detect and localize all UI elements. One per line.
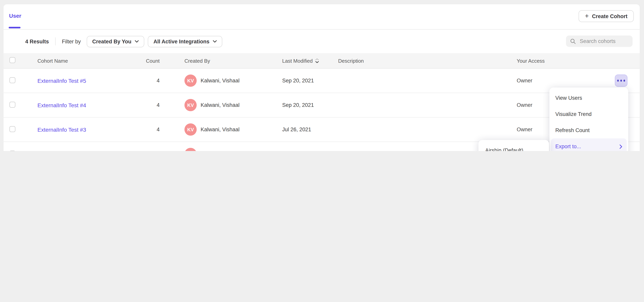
creator-name: Kalwani, Vishaal (200, 102, 240, 108)
results-count: 4 Results (25, 38, 49, 44)
export-to-label: Export to... (555, 144, 581, 150)
row-actions-menu: View Users Visualize Trend Refresh Count… (550, 88, 628, 151)
filter-by-label: Filter by (62, 38, 81, 44)
create-cohort-label: Create Cohort (592, 13, 628, 19)
last-modified-date: Sep 20, 2021 (278, 102, 334, 108)
row-checkbox[interactable] (10, 126, 15, 132)
table-header: Cohort Name Count Created By Last Modifi… (4, 53, 640, 68)
submenu-item-airship[interactable]: Airship (Default) (478, 142, 549, 151)
last-modified-date: Jul 26, 2021 (278, 126, 334, 132)
cohort-name-link[interactable]: ExternalInfo Test #5 (38, 78, 86, 84)
created-by-dropdown-label: Created By You (92, 38, 132, 44)
ellipsis-icon (617, 80, 619, 82)
export-submenu: Airship (Default) Marketo (Default) Braz… (478, 140, 549, 151)
row-checkbox[interactable] (10, 102, 15, 108)
menu-item-visualize-trend[interactable]: Visualize Trend (550, 106, 628, 122)
menu-item-refresh-count[interactable]: Refresh Count (550, 122, 628, 138)
column-header-cohort-name: Cohort Name (38, 58, 118, 64)
avatar: KV (184, 99, 197, 111)
active-tab-underline (9, 27, 20, 28)
integrations-dropdown-label: All Active Integrations (154, 38, 210, 44)
column-header-description: Description (334, 58, 513, 64)
chevron-down-icon (213, 40, 217, 43)
cohort-count: 4 (118, 102, 160, 108)
column-header-created-by: Created By (160, 58, 278, 64)
avatar: KV (184, 124, 197, 136)
table-row[interactable]: ExternalInfo Test #4 4 KV Kalwani, Visha… (4, 93, 640, 118)
integrations-dropdown[interactable]: All Active Integrations (148, 36, 222, 47)
plus-icon: + (585, 12, 589, 19)
search-icon (570, 38, 576, 44)
row-checkbox[interactable] (10, 77, 15, 83)
menu-item-export-to[interactable]: Export to... (551, 138, 627, 151)
creator-name: Kalwani, Vishaal (200, 126, 240, 132)
avatar: KV (184, 148, 197, 151)
select-all-checkbox[interactable] (10, 57, 15, 63)
row-actions-button[interactable] (615, 74, 628, 87)
search-input[interactable] (579, 38, 628, 44)
last-modified-date: Sep 20, 2021 (278, 78, 334, 84)
tab-user-label: User (9, 12, 21, 19)
row-checkbox[interactable] (10, 150, 15, 151)
cohort-name-link[interactable]: ExternalInfo Test #4 (38, 102, 86, 108)
column-header-your-access: Your Access (513, 58, 567, 64)
search-box (566, 36, 632, 47)
chevron-down-icon (135, 40, 139, 43)
column-header-count: Count (118, 58, 160, 64)
cohorts-panel: User + Create Cohort 4 Results Filter by… (4, 4, 640, 151)
access-cell: Owner (513, 78, 567, 84)
tab-bar: User + Create Cohort (4, 4, 640, 30)
cohort-name-link[interactable]: ExternalInfo Test #2 (38, 151, 86, 151)
cohort-name-link[interactable]: ExternalInfo Test #3 (38, 126, 86, 133)
filter-bar: 4 Results Filter by Created By You All A… (4, 30, 640, 53)
created-by-dropdown[interactable]: Created By You (87, 36, 144, 47)
table-row[interactable]: ExternalInfo Test #3 4 KV Kalwani, Visha… (4, 118, 640, 142)
cohort-count: 4 (118, 126, 160, 132)
cohorts-page: User + Create Cohort 4 Results Filter by… (0, 0, 644, 151)
last-modified-label: Last Modified (282, 58, 313, 64)
cohort-count: 4 (118, 78, 160, 84)
column-header-last-modified[interactable]: Last Modified (282, 58, 319, 64)
create-cohort-button[interactable]: + Create Cohort (578, 10, 634, 22)
sort-icon (316, 58, 319, 63)
menu-item-view-users[interactable]: View Users (550, 90, 628, 106)
creator-name: Kalwani, Vishaal (200, 78, 240, 84)
chevron-right-icon (620, 144, 622, 149)
divider (55, 38, 56, 45)
table-row[interactable]: ExternalInfo Test #5 4 KV Kalwani, Visha… (4, 68, 640, 93)
avatar: KV (184, 74, 197, 87)
tab-user[interactable]: User (9, 12, 21, 19)
